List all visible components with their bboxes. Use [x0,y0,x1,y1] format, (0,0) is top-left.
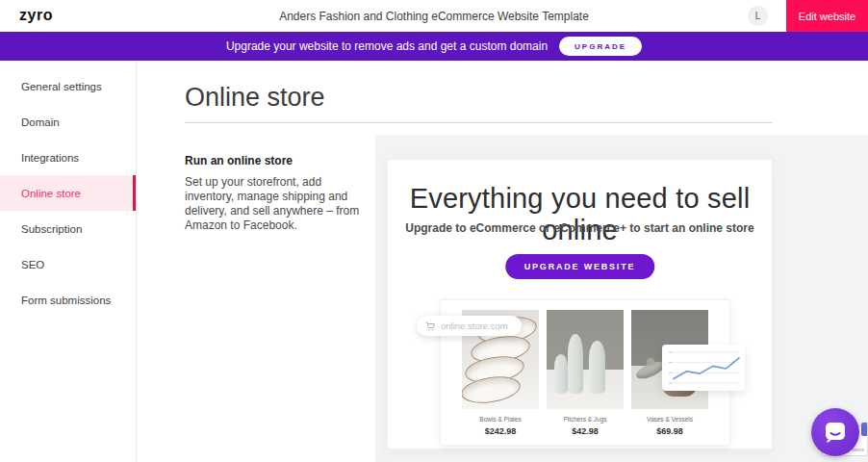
sidebar-item-integrations[interactable]: Integrations [0,140,136,175]
sales-chart-card [662,345,745,391]
chat-widget-button[interactable] [811,408,859,456]
site-template-title: Anders Fashion and Clothing eCommerce We… [0,10,868,23]
chat-smile-icon [823,420,848,445]
sidebar-item-domain[interactable]: Domain [0,104,136,140]
ecommerce-promo-card: Everything you need to sell online Upgra… [387,159,773,449]
promo-subheading: Upgrade to eCommerce or eCommerce+ to st… [388,221,772,235]
store-url-text: online.store.com [441,321,508,331]
sales-line-chart [662,345,745,391]
upgrade-banner: Upgrade your website to remove ads and g… [0,32,868,61]
settings-sidebar: General settings Domain Integrations Onl… [0,61,137,462]
product-name: Bowls & Plates [462,416,539,423]
title-divider [185,122,773,123]
online-store-description: Run an online store Set up your storefro… [185,154,363,233]
recaptcha-icon [861,423,867,436]
store-url-pill: online.store.com [417,316,522,336]
product-image-pitchers [547,310,624,409]
sidebar-item-online-store[interactable]: Online store [0,175,136,211]
upgrade-banner-text: Upgrade your website to remove ads and g… [226,39,548,53]
upgrade-website-button[interactable]: UPGRADE WEBSITE [505,254,655,279]
page-title: Online store [185,83,325,113]
product-name: Pitchers & Jugs [547,416,624,423]
cart-icon [424,321,436,332]
sidebar-item-general-settings[interactable]: General settings [0,68,136,104]
section-text: Set up your storefront, add inventory, m… [185,175,363,233]
promo-heading: Everything you need to sell online [388,183,772,246]
product-price: $42.98 [547,426,624,436]
sidebar-item-form-submissions[interactable]: Form submissions [0,282,136,318]
sidebar-item-subscription[interactable]: Subscription [0,211,136,246]
upgrade-banner-button[interactable]: UPGRADE [559,37,642,56]
product-price: $242.98 [462,426,539,436]
product-card: Pitchers & Jugs $42.98 [547,310,624,445]
edit-website-button[interactable]: Edit website [786,0,868,32]
product-price: $69.98 [631,426,708,436]
section-heading: Run an online store [185,154,363,167]
user-avatar[interactable]: L [748,6,768,26]
product-name: Vases & Vessels [631,416,708,423]
sidebar-item-seo[interactable]: SEO [0,246,136,282]
app-header: zyro Anders Fashion and Clothing eCommer… [0,0,868,32]
main-content: Online store Run an online store Set up … [137,61,868,462]
